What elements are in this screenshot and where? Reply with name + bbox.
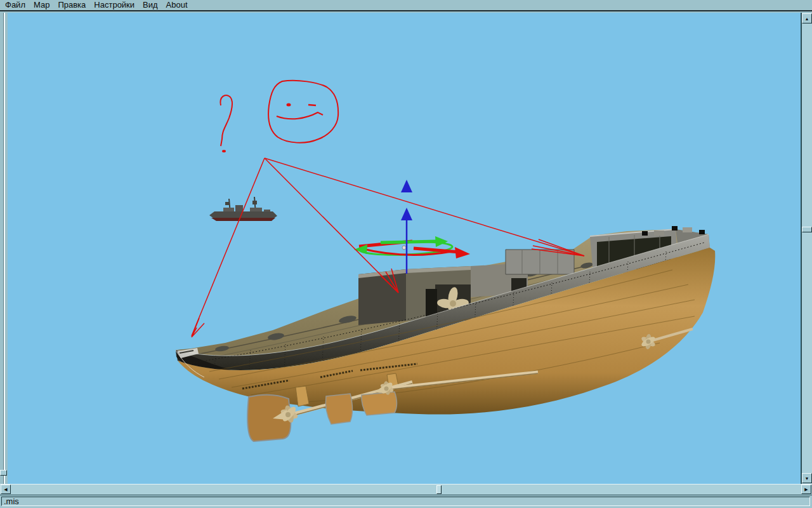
status-filename: .mis xyxy=(1,497,810,506)
menu-bar: Файл Мар Правка Настройки Вид About xyxy=(0,0,812,11)
question-mark-drawing xyxy=(220,95,232,152)
torpedo-boat-model[interactable] xyxy=(176,226,715,441)
arrow-down-icon: ▼ xyxy=(805,476,809,481)
gizmo-center[interactable] xyxy=(402,246,406,250)
menu-file[interactable]: Файл xyxy=(3,0,28,10)
scroll-left-button[interactable]: ◀ xyxy=(1,485,11,494)
mission-editor-window: Файл Мар Правка Настройки Вид About xyxy=(0,0,812,508)
horizontal-scrollbar[interactable]: ◀ ▶ xyxy=(0,484,812,495)
status-bar: .mis xyxy=(0,495,812,508)
scroll-up-button[interactable]: ▲ xyxy=(802,13,812,23)
menu-about[interactable]: About xyxy=(164,0,190,10)
scroll-down-button[interactable]: ▼ xyxy=(802,473,812,483)
viewport-3d[interactable] xyxy=(8,13,801,484)
arrow-left-icon: ◀ xyxy=(4,487,7,491)
vertical-scrollbar-thumb[interactable] xyxy=(802,227,812,232)
left-slider-groove xyxy=(3,13,5,484)
left-slider-thumb[interactable] xyxy=(0,470,7,476)
menu-settings[interactable]: Настройки xyxy=(91,0,137,10)
vertical-scrollbar[interactable]: ▲ ▼ xyxy=(801,13,812,484)
menu-view[interactable]: Вид xyxy=(140,0,160,10)
axis-gizmo[interactable] xyxy=(354,180,470,274)
gizmo-blue-arrowhead[interactable] xyxy=(401,208,412,220)
main-area: ▲ ▼ xyxy=(0,13,812,484)
arrow-right-icon: ▶ xyxy=(804,487,808,491)
menu-map[interactable]: Мар xyxy=(31,0,52,10)
gizmo-green-arrowhead[interactable] xyxy=(435,236,448,247)
gizmo-red-arrowhead[interactable] xyxy=(455,247,470,258)
left-slider[interactable] xyxy=(0,13,8,484)
horizontal-scrollbar-thumb[interactable] xyxy=(436,485,442,494)
gizmo-blue-arrowhead-upper[interactable] xyxy=(401,180,412,192)
scroll-right-button[interactable]: ▶ xyxy=(801,485,811,494)
sad-face-drawing xyxy=(268,81,338,143)
arrow-up-icon: ▲ xyxy=(805,17,809,21)
menu-edit[interactable]: Правка xyxy=(55,0,88,10)
